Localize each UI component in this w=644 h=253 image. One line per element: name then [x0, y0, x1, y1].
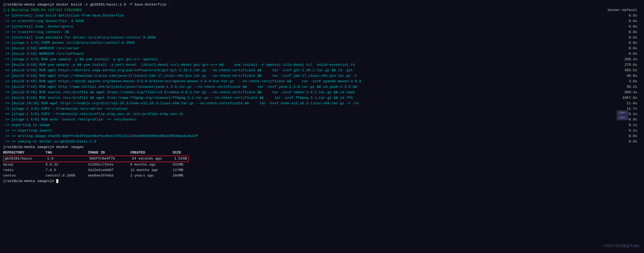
terminal-line-l31: redis 7.0.5 3e12e2ceb68f 12 months ago 1…: [3, 168, 641, 173]
copy-buttons-area: COPYCOPY: [617, 111, 628, 120]
terminal-line-l19: => [build 10/10] RUN wget https://nodejs…: [3, 101, 641, 106]
terminal-line-l12: => [build 3/10] RUN yum update -y && yum…: [3, 62, 641, 68]
terminal-line-l14: => [build 5/10] RUN wget https://downloa…: [3, 73, 641, 79]
terminal-line-l13: => [build 4/10] RUN wget https://mirrors…: [3, 68, 641, 73]
terminal-line-l5: => [internal] load .dockerignore0.0s: [3, 24, 641, 30]
terminal-line-l11: => [stage-1 3/6] RUN yum update -y && yu…: [3, 57, 641, 62]
terminal-line-l33: [root@zlm-media images]#: [3, 179, 641, 184]
terminal-line-l2: [+] Building 2800.6s (19/19) FINISHEDdoc…: [3, 8, 641, 13]
terminal-line-l24: => => exporting layers8.1s: [3, 128, 641, 134]
terminal-line-l26: => => naming to docker.io/gb28181/basic:…: [3, 139, 641, 145]
terminal-line-l20: => [stage-1 4/6] COPY --from=build /srv/…: [3, 106, 641, 112]
terminal-line-l9: => [build 2/10] WORKDIR /srv/server0.0s: [3, 46, 641, 51]
terminal-line-l25: => => writing image sha256:8b6ffc6e4f7be…: [3, 134, 641, 139]
copy-button-1[interactable]: COPY: [617, 116, 628, 120]
terminal-line-l22: => [stage-1 6/6] RUN echo 'source /etc/p…: [3, 117, 641, 123]
terminal-line-l3: => [internal] load build definition from…: [3, 13, 641, 19]
terminal-line-l10: => [build 2/10] WORKDIR /srv/software0.0…: [3, 51, 641, 57]
terminal-line-l23: => exporting to image8.1s: [3, 123, 641, 128]
terminal-line-l8: => [stage-1 1/6] FROM docker.io/library/…: [3, 40, 641, 46]
terminal-line-l18: => [build 9/10] RUN source /etc/profile …: [3, 95, 641, 101]
terminal-line-l6: => => transferring context: 2B0.0s: [3, 30, 641, 35]
terminal-line-l30: mysql 8.0.32 412b8cc72e4a 8 months ago 5…: [3, 162, 641, 168]
terminal-line-l17: => [build 8/10] RUN source /etc/profile …: [3, 90, 641, 95]
terminal-line-l21: => [stage-1 5/6] COPY --from=build /etc/…: [3, 112, 641, 117]
terminal-line-l15: => [build 6/10] RUN wget https://dlcdn.a…: [3, 79, 641, 84]
terminal-line-l16: => [build 7/10] RUN wget http://www.tort…: [3, 84, 641, 90]
terminal-line-l27: [root@zlm-media images]# docker images: [3, 145, 641, 150]
terminal-line-l7: => [internal] load metadata for docker.i…: [3, 35, 641, 41]
terminal-line-l4: => => transferring dockerfile: 3.34kB0.0…: [3, 19, 641, 24]
terminal-window: [root@zlm-media images]# docker build -t…: [0, 0, 644, 253]
terminal-line-l1: [root@zlm-media images]# docker build -t…: [3, 2, 641, 8]
terminal-content: [root@zlm-media images]# docker build -t…: [3, 2, 641, 184]
terminal-line-l28: REPOSITORY TAG IMAGE ID CREATED SIZE: [3, 150, 641, 156]
watermark-text: CSDN @浩瀚蓝天dep: [603, 244, 639, 248]
terminal-line-l32: centos centos7.9.2009 eeb6ee3f44bd 2 yea…: [3, 173, 641, 179]
copy-button-0[interactable]: COPY: [617, 111, 628, 115]
terminal-line-l29: gb28181/basic 1.0 8b6ffc6e4f7b 24 second…: [3, 156, 641, 162]
